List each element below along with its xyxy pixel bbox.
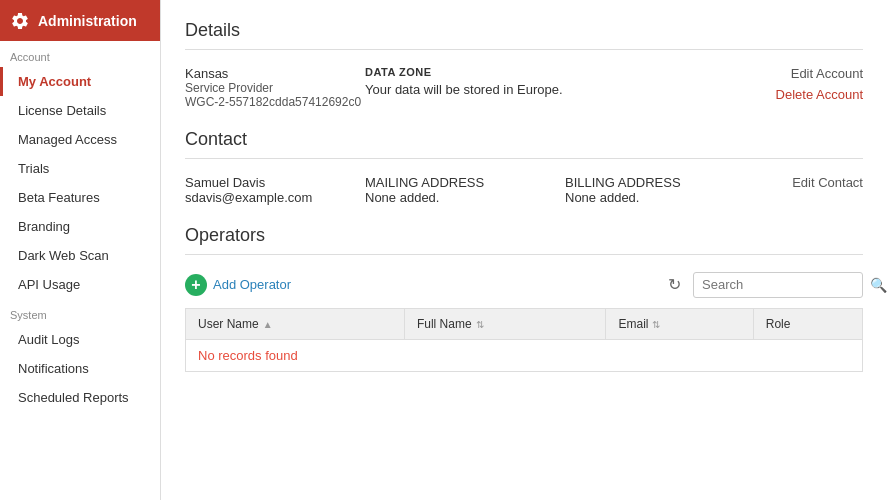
no-records-cell: No records found <box>186 340 863 372</box>
details-row: Kansas Service Provider WGC-2-557182cdda… <box>185 66 863 109</box>
edit-account-link[interactable]: Edit Account <box>791 66 863 81</box>
account-code: WGC-2-557182cdda57412692c0 <box>185 95 365 109</box>
contact-row: Samuel Davis sdavis@example.com MAILING … <box>185 175 863 205</box>
details-data-zone: DATA ZONE Your data will be stored in Eu… <box>365 66 776 97</box>
col-username-label: User Name <box>198 317 259 331</box>
add-circle-icon: + <box>185 274 207 296</box>
contact-section-title: Contact <box>185 129 863 159</box>
sidebar-item-scheduled-reports[interactable]: Scheduled Reports <box>0 383 160 412</box>
account-type: Service Provider <box>185 81 365 95</box>
details-section-title: Details <box>185 20 863 50</box>
no-records-row: No records found <box>186 340 863 372</box>
search-input[interactable] <box>702 277 870 292</box>
contact-section: Contact Samuel Davis sdavis@example.com … <box>185 129 863 205</box>
billing-address-value: None added. <box>565 190 765 205</box>
details-actions: Edit Account Delete Account <box>776 66 863 102</box>
col-fullname-label: Full Name <box>417 317 472 331</box>
col-role: Role <box>753 309 862 340</box>
data-zone-value: Your data will be stored in Europe. <box>365 82 776 97</box>
sidebar-section-label-system: System <box>0 299 160 325</box>
billing-address-col: BILLING ADDRESS None added. <box>565 175 765 205</box>
add-operator-button[interactable]: + Add Operator <box>185 274 291 296</box>
col-email-label: Email <box>618 317 648 331</box>
sidebar-item-notifications[interactable]: Notifications <box>0 354 160 383</box>
details-account-info: Kansas Service Provider WGC-2-557182cdda… <box>185 66 365 109</box>
contact-name: Samuel Davis <box>185 175 365 190</box>
operators-section-title: Operators <box>185 225 863 255</box>
sidebar-item-managed-access[interactable]: Managed Access <box>0 125 160 154</box>
search-box: 🔍 <box>693 272 863 298</box>
contact-actions: Edit Contact <box>765 175 863 190</box>
edit-contact-link[interactable]: Edit Contact <box>792 175 863 190</box>
mailing-address-label: MAILING ADDRESS <box>365 175 565 190</box>
add-operator-label: Add Operator <box>213 277 291 292</box>
sidebar-item-beta-features[interactable]: Beta Features <box>0 183 160 212</box>
mailing-address-value: None added. <box>365 190 565 205</box>
sidebar-item-my-account[interactable]: My Account <box>0 67 160 96</box>
sidebar-item-branding[interactable]: Branding <box>0 212 160 241</box>
data-zone-label: DATA ZONE <box>365 66 776 78</box>
operators-table-head: User Name ▲ Full Name ⇅ Email ⇅ <box>186 309 863 340</box>
sidebar-section-account: Account My Account License Details Manag… <box>0 41 160 299</box>
billing-address-label: BILLING ADDRESS <box>565 175 765 190</box>
operators-toolbar: + Add Operator ↻ 🔍 <box>185 271 863 298</box>
delete-account-link[interactable]: Delete Account <box>776 87 863 102</box>
sidebar-section-label-account: Account <box>0 41 160 67</box>
details-section: Details Kansas Service Provider WGC-2-55… <box>185 20 863 109</box>
operators-table-body: No records found <box>186 340 863 372</box>
sidebar-section-system: System Audit Logs Notifications Schedule… <box>0 299 160 412</box>
operators-table-header-row: User Name ▲ Full Name ⇅ Email ⇅ <box>186 309 863 340</box>
sidebar-item-api-usage[interactable]: API Usage <box>0 270 160 299</box>
search-icon-button[interactable]: 🔍 <box>870 277 887 293</box>
sidebar-item-dark-web-scan[interactable]: Dark Web Scan <box>0 241 160 270</box>
sort-username-icon: ▲ <box>263 319 273 330</box>
no-records-text: No records found <box>198 348 298 363</box>
col-email[interactable]: Email ⇅ <box>606 309 753 340</box>
contact-person-info: Samuel Davis sdavis@example.com <box>185 175 365 205</box>
col-username[interactable]: User Name ▲ <box>186 309 405 340</box>
sort-email-icon: ⇅ <box>652 319 660 330</box>
refresh-button[interactable]: ↻ <box>664 271 685 298</box>
sidebar-header: Administration <box>0 0 160 41</box>
main-content: Details Kansas Service Provider WGC-2-55… <box>161 0 887 500</box>
gear-icon <box>10 11 30 31</box>
mailing-address-col: MAILING ADDRESS None added. <box>365 175 565 205</box>
sidebar-item-audit-logs[interactable]: Audit Logs <box>0 325 160 354</box>
col-role-label: Role <box>766 317 791 331</box>
sidebar-title: Administration <box>38 13 137 29</box>
sidebar-item-license-details[interactable]: License Details <box>0 96 160 125</box>
operators-table: User Name ▲ Full Name ⇅ Email ⇅ <box>185 308 863 372</box>
operators-section: Operators + Add Operator ↻ 🔍 User Name ▲ <box>185 225 863 372</box>
sidebar: Administration Account My Account Licens… <box>0 0 161 500</box>
sort-fullname-icon: ⇅ <box>476 319 484 330</box>
account-name: Kansas <box>185 66 365 81</box>
col-fullname[interactable]: Full Name ⇅ <box>404 309 606 340</box>
sidebar-item-trials[interactable]: Trials <box>0 154 160 183</box>
contact-email: sdavis@example.com <box>185 190 365 205</box>
